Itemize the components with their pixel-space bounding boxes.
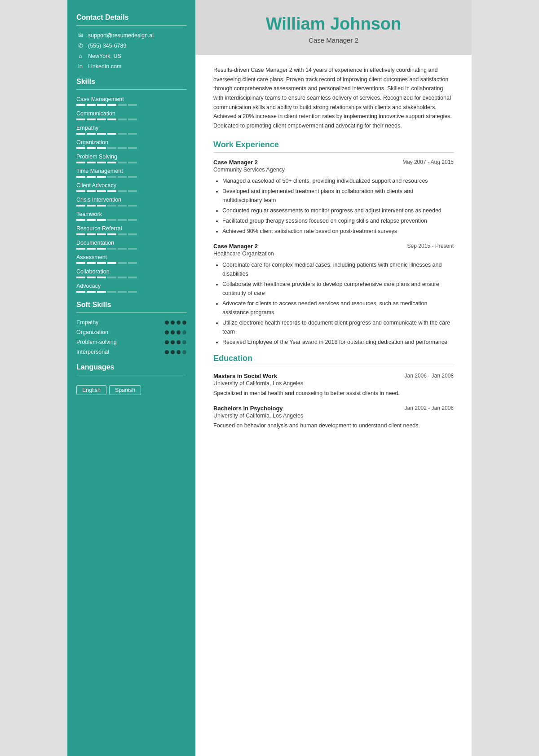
email-icon: ✉: [76, 32, 84, 39]
skill-bar-empty: [107, 147, 116, 149]
job-bullet-item: Collaborate with healthcare providers to…: [222, 280, 454, 298]
skill-item: Communication: [76, 110, 186, 120]
skill-name: Client Advocacy: [76, 182, 186, 189]
job-bullet-item: Advocate for clients to access needed se…: [222, 299, 454, 317]
edu-school: University of California, Los Angeles: [213, 413, 454, 419]
skill-bar-filled: [76, 205, 85, 207]
skill-bar-filled: [97, 104, 106, 106]
soft-skill-dots: [165, 330, 186, 334]
skill-bar-filled: [97, 291, 106, 293]
skill-bar-filled: [76, 133, 85, 135]
jobs-list: Case Manager 2May 2007 - Aug 2015Communi…: [213, 159, 454, 347]
skill-bar: [76, 219, 186, 221]
edu-description: Specialized in mental health and counsel…: [213, 389, 454, 398]
skill-bar-empty: [128, 104, 137, 106]
job-title: Case Manager 2: [213, 159, 258, 166]
dot-filled: [165, 330, 169, 334]
skill-bar-empty: [118, 147, 127, 149]
skill-bar-empty: [107, 248, 116, 250]
skill-bar-filled: [76, 147, 85, 149]
work-experience-section: Work Experience Case Manager 2May 2007 -…: [213, 140, 454, 347]
skill-item: Time Management: [76, 168, 186, 178]
skill-bar-filled: [76, 277, 85, 278]
skill-bar-filled: [97, 219, 106, 221]
job-bullet-item: Received Employee of the Year award in 2…: [222, 338, 454, 347]
skill-bar-filled: [76, 176, 85, 178]
skill-bar: [76, 277, 186, 278]
skill-name: Time Management: [76, 168, 186, 174]
soft-skill-dots: [165, 350, 186, 354]
job-company: Healthcare Organization: [213, 251, 454, 257]
job-bullets: Managed a caseload of 50+ clients, provi…: [213, 176, 454, 236]
languages-list: EnglishSpanish: [76, 382, 186, 395]
location-icon: ⌂: [76, 53, 84, 59]
skill-name: Crisis Intervention: [76, 197, 186, 203]
skill-bar-filled: [107, 162, 116, 163]
edu-header: Masters in Social WorkJan 2006 - Jan 200…: [213, 373, 454, 379]
skill-item: Advocacy: [76, 283, 186, 293]
dot-filled: [171, 350, 175, 354]
skill-item: Documentation: [76, 240, 186, 250]
skill-bar-empty: [128, 147, 137, 149]
education-list: Masters in Social WorkJan 2006 - Jan 200…: [213, 373, 454, 430]
skill-bar-empty: [107, 277, 116, 278]
skill-item: Teamwork: [76, 211, 186, 221]
skill-bar-filled: [87, 147, 96, 149]
skill-name: Advocacy: [76, 283, 186, 289]
skill-bar-filled: [87, 190, 96, 192]
contact-location: ⌂ NewYork, US: [76, 53, 186, 59]
dot-filled: [171, 321, 175, 325]
skill-bar-filled: [97, 248, 106, 250]
edu-dates: Jan 2006 - Jan 2008: [405, 373, 454, 379]
dot-filled: [177, 350, 181, 354]
sidebar: Contact Details ✉ support@resumedesign.a…: [67, 0, 195, 756]
soft-skill-item: Organization: [76, 329, 186, 335]
skill-bar-filled: [107, 119, 116, 120]
skill-bar-filled: [107, 133, 116, 135]
skill-bar-empty: [128, 248, 137, 250]
skill-bar: [76, 190, 186, 192]
skill-bar-filled: [76, 219, 85, 221]
skill-bar-empty: [128, 219, 137, 221]
edu-school: University of California, Los Angeles: [213, 380, 454, 387]
dot-empty: [182, 330, 186, 334]
soft-skill-dots: [165, 340, 186, 344]
skill-bar-filled: [97, 119, 106, 120]
skill-bar-filled: [97, 190, 106, 192]
skill-bar-filled: [97, 162, 106, 163]
skill-bar-filled: [107, 190, 116, 192]
dot-filled: [171, 330, 175, 334]
job-entry: Case Manager 2May 2007 - Aug 2015Communi…: [213, 159, 454, 236]
skill-bar-empty: [128, 205, 137, 207]
job-title: Case Manager 2: [213, 243, 258, 250]
skill-bar-filled: [87, 162, 96, 163]
skill-bar-filled: [97, 176, 106, 178]
skill-item: Resource Referral: [76, 225, 186, 235]
skill-item: Collaboration: [76, 268, 186, 278]
soft-skill-item: Interpersonal: [76, 349, 186, 355]
skill-bar-empty: [107, 205, 116, 207]
skill-bar-empty: [128, 233, 137, 235]
skill-bar-filled: [76, 119, 85, 120]
skill-bar-filled: [87, 119, 96, 120]
job-bullet-item: Facilitated group therapy sessions focus…: [222, 216, 454, 225]
skill-name: Resource Referral: [76, 225, 186, 232]
skill-name: Organization: [76, 139, 186, 145]
skill-bar: [76, 291, 186, 293]
languages-heading: Languages: [76, 363, 186, 371]
skill-bar: [76, 205, 186, 207]
dot-empty: [182, 340, 186, 344]
edu-dates: Jan 2002 - Jan 2006: [405, 405, 454, 411]
skill-item: Client Advocacy: [76, 182, 186, 192]
skill-bar: [76, 248, 186, 250]
education-entry: Masters in Social WorkJan 2006 - Jan 200…: [213, 373, 454, 398]
skill-bar-empty: [118, 162, 127, 163]
summary-text: Results-driven Case Manager 2 with 14 ye…: [213, 66, 454, 130]
skill-bar-empty: [118, 291, 127, 293]
skill-name: Communication: [76, 110, 186, 117]
job-dates: Sep 2015 - Present: [407, 243, 454, 249]
job-entry: Case Manager 2Sep 2015 - PresentHealthca…: [213, 243, 454, 347]
skill-bar-empty: [118, 262, 127, 264]
skill-bar: [76, 147, 186, 149]
skill-bar-empty: [118, 176, 127, 178]
